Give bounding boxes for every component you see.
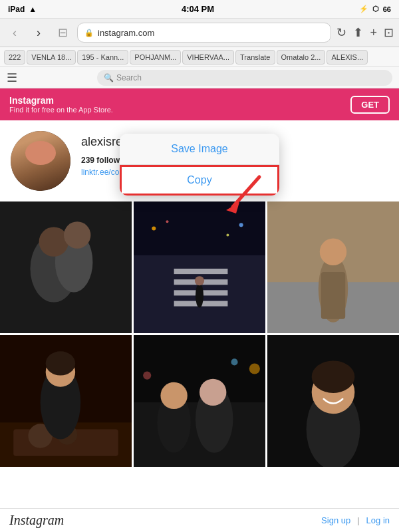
app-banner: Instagram Find it for free on the App St… [0,88,399,120]
footer-links: Sign up | Log in [321,515,390,525]
avatar-container [11,131,70,191]
toolbar-actions: ↻ ⬆ + ⊡ [336,25,394,40]
tab-vihervaa[interactable]: VIHERVAA... [182,50,234,65]
svg-point-31 [46,351,75,375]
grid-item-4[interactable] [0,335,132,467]
tab-222[interactable]: 222 [4,50,25,65]
share-button[interactable]: ⬆ [353,25,363,40]
svg-point-15 [239,223,243,227]
status-right: ⚡ ⬡ 66 [359,5,391,13]
svg-point-36 [160,382,187,409]
svg-point-37 [200,379,226,406]
back-button[interactable]: ‹ [5,26,24,40]
get-button[interactable]: GET [350,96,390,114]
forward-button[interactable]: › [29,26,48,40]
save-image-option[interactable]: Save Image [120,134,279,165]
grid-item-6[interactable] [267,335,399,467]
footer-divider: | [357,515,359,525]
grid-item-5[interactable] [134,335,265,467]
svg-point-47 [312,360,355,392]
grid-item-3[interactable] [267,201,399,333]
svg-point-13 [152,226,156,230]
signal-icon: ⚡ [359,5,368,13]
tab-venla[interactable]: VENLA 18... [27,50,76,65]
svg-point-22 [320,239,346,265]
grid-item-1[interactable] [0,201,132,333]
hamburger-icon[interactable]: ☰ [7,70,17,85]
url-text: instagram.com [98,28,154,38]
svg-point-16 [226,233,229,236]
tab-translate[interactable]: Translate [235,50,275,65]
tab-omatalo[interactable]: Omatalo 2... [277,50,326,65]
page-footer: Instagram Sign up | Log in [0,508,399,532]
device-label: iPad [8,5,25,14]
banner-subtitle: Find it for free on the App Store. [9,106,113,114]
status-left: iPad ▲ [8,5,37,14]
svg-point-40 [231,358,237,365]
tabs-bar: 222 VENLA 18... 195 - Kann... POHJANM...… [0,47,399,67]
status-bar: iPad ▲ 4:04 PM ⚡ ⬡ 66 [0,0,399,19]
photo-grid [0,201,399,467]
bluetooth-icon: ⬡ [372,5,379,13]
banner-app-name: Instagram [9,95,113,106]
profile-section: alexisren ✿ Follow 239 following linktr.… [0,120,399,196]
new-tab-button[interactable]: + [370,26,377,40]
svg-point-38 [249,363,260,374]
svg-rect-23 [321,272,345,319]
tabs-button[interactable]: ⊡ [384,25,394,40]
copy-option[interactable]: Copy [120,165,279,196]
address-bar[interactable]: 🔒 instagram.com [77,23,331,43]
status-time: 4:04 PM [182,4,214,14]
svg-point-14 [166,220,168,223]
footer-logo: Instagram [9,513,64,528]
tab-alexis[interactable]: ALEXIS... [327,50,368,65]
svg-point-17 [196,283,203,307]
svg-point-39 [143,372,151,380]
browser-toolbar: ‹ › ⊟ 🔒 instagram.com ↻ ⬆ + ⊡ [0,19,399,47]
battery-level: 66 [383,5,391,13]
svg-point-6 [64,221,90,248]
svg-point-18 [195,276,204,285]
wifi-icon: ▲ [29,5,37,14]
search-placeholder: Search [116,73,142,82]
svg-rect-9 [174,269,228,274]
signup-link[interactable]: Sign up [321,515,350,525]
tab-pohjanm[interactable]: POHJANM... [130,50,181,65]
menu-bar: ☰ 🔍 Search [0,67,399,88]
grid-item-2[interactable] [134,201,265,333]
login-link[interactable]: Log in [366,515,390,525]
avatar [11,131,70,191]
search-icon: 🔍 [104,73,114,82]
svg-point-5 [39,227,68,256]
search-bar[interactable]: 🔍 Search [97,70,392,86]
lock-icon: 🔒 [84,29,94,37]
context-menu: Save Image Copy [120,134,279,196]
reload-button[interactable]: ↻ [336,25,346,40]
tab-195[interactable]: 195 - Kann... [77,50,128,65]
bookmarks-button[interactable]: ⊟ [53,25,72,40]
banner-text: Instagram Find it for free on the App St… [9,95,113,114]
